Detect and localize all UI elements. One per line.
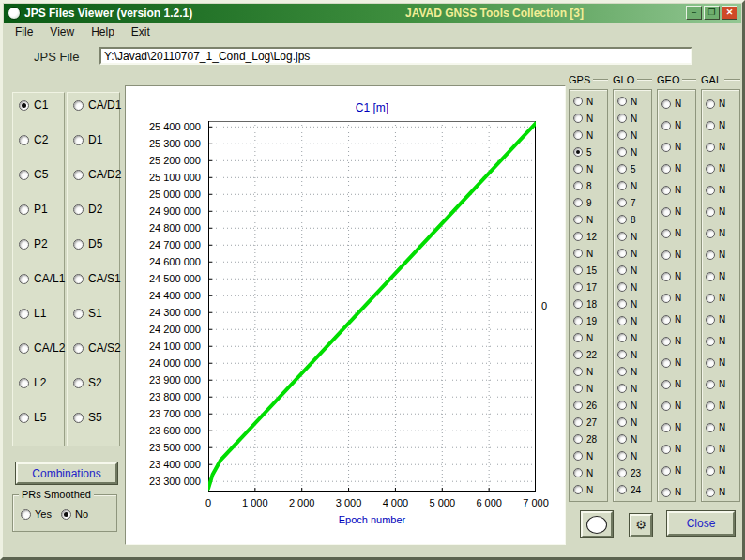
glo-satellite-option[interactable]: N	[614, 380, 651, 397]
gal-satellite-option[interactable]: N	[702, 287, 739, 309]
close-button[interactable]: Close	[667, 511, 735, 536]
geo-satellite-option[interactable]: N	[658, 309, 695, 330]
gps-satellite-option[interactable]: 12	[570, 228, 607, 245]
geo-satellite-option[interactable]: N	[658, 416, 695, 438]
gal-satellite-option[interactable]: N	[702, 352, 739, 373]
gps-satellite-option[interactable]: 15	[570, 262, 607, 279]
glo-satellite-option[interactable]: N	[614, 110, 651, 127]
gps-satellite-option[interactable]: N	[570, 110, 607, 127]
gal-satellite-option[interactable]: N	[702, 416, 739, 438]
glo-satellite-option[interactable]: N	[614, 262, 651, 279]
gps-satellite-option[interactable]: N	[570, 329, 607, 346]
observable-option[interactable]: D5	[73, 237, 119, 272]
gps-satellite-option[interactable]: N	[570, 481, 607, 498]
glo-satellite-option[interactable]: 7	[614, 194, 651, 211]
menu-item[interactable]: Help	[84, 24, 122, 40]
geo-satellite-option[interactable]: N	[658, 114, 695, 136]
observable-option[interactable]: D2	[73, 203, 119, 237]
combinations-button[interactable]: Combinations	[16, 462, 117, 484]
sky-plot-button[interactable]	[581, 511, 613, 537]
glo-satellite-option[interactable]: N	[614, 127, 651, 144]
glo-satellite-option[interactable]: N	[614, 144, 651, 160]
observable-option[interactable]: D1	[73, 133, 119, 168]
observable-option[interactable]: S2	[73, 376, 119, 411]
gal-satellite-option[interactable]: N	[702, 373, 739, 395]
gal-satellite-option[interactable]: N	[702, 201, 739, 222]
geo-satellite-option[interactable]: N	[658, 460, 695, 481]
gal-satellite-option[interactable]: N	[702, 136, 739, 158]
geo-satellite-option[interactable]: N	[658, 330, 695, 352]
menu-item[interactable]: File	[8, 24, 40, 40]
observable-option[interactable]: CA/L1	[19, 272, 64, 307]
observable-option[interactable]: C1	[19, 98, 64, 133]
gal-satellite-option[interactable]: N	[702, 438, 739, 460]
gps-satellite-option[interactable]: 27	[570, 414, 607, 431]
glo-satellite-option[interactable]: N	[614, 397, 651, 414]
gal-satellite-option[interactable]: N	[702, 93, 739, 114]
glo-satellite-option[interactable]: N	[614, 177, 651, 194]
geo-satellite-option[interactable]: N	[658, 201, 695, 222]
gps-satellite-option[interactable]: 22	[570, 346, 607, 363]
prs-smoothed-option[interactable]: No	[61, 508, 88, 520]
gal-satellite-option[interactable]: N	[702, 114, 739, 136]
gps-satellite-option[interactable]: N	[570, 245, 607, 262]
glo-satellite-option[interactable]: N	[614, 346, 651, 363]
observable-option[interactable]: C2	[19, 133, 64, 168]
gps-satellite-option[interactable]: 26	[570, 397, 607, 414]
gal-satellite-option[interactable]: N	[702, 460, 739, 481]
gps-satellite-option[interactable]: 19	[570, 312, 607, 329]
glo-satellite-option[interactable]: N	[614, 228, 651, 245]
observable-option[interactable]: L2	[19, 376, 64, 411]
observable-option[interactable]: P1	[19, 203, 64, 237]
geo-satellite-option[interactable]: N	[658, 438, 695, 460]
menu-item[interactable]: Exit	[124, 24, 158, 40]
observable-option[interactable]: P2	[19, 237, 64, 272]
maximize-button[interactable]: ❐	[704, 6, 720, 20]
glo-satellite-option[interactable]: N	[614, 431, 651, 447]
observable-option[interactable]: L1	[19, 307, 64, 341]
gps-satellite-option[interactable]: N	[570, 363, 607, 380]
glo-satellite-option[interactable]: N	[614, 447, 651, 464]
observable-option[interactable]: C5	[19, 168, 64, 203]
geo-satellite-option[interactable]: N	[658, 244, 695, 265]
close-window-button[interactable]: ✕	[722, 6, 737, 20]
glo-satellite-option[interactable]: N	[614, 363, 651, 380]
menu-item[interactable]: View	[42, 24, 82, 40]
gal-satellite-option[interactable]: N	[702, 222, 739, 244]
gal-satellite-option[interactable]: N	[702, 395, 739, 416]
gal-satellite-option[interactable]: N	[702, 179, 739, 201]
geo-satellite-option[interactable]: N	[658, 373, 695, 395]
geo-satellite-option[interactable]: N	[658, 395, 695, 416]
gps-satellite-option[interactable]: N	[570, 160, 607, 177]
gps-satellite-option[interactable]: 18	[570, 295, 607, 312]
glo-satellite-option[interactable]: N	[614, 295, 651, 312]
gps-satellite-option[interactable]: 17	[570, 279, 607, 295]
glo-satellite-option[interactable]: N	[614, 245, 651, 262]
observable-option[interactable]: CA/D2	[73, 168, 119, 203]
geo-satellite-option[interactable]: N	[658, 93, 695, 114]
geo-satellite-option[interactable]: N	[658, 136, 695, 158]
glo-satellite-option[interactable]: 5	[614, 160, 651, 177]
glo-satellite-option[interactable]: 23	[614, 464, 651, 481]
geo-satellite-option[interactable]: N	[658, 179, 695, 201]
geo-satellite-option[interactable]: N	[658, 352, 695, 373]
gps-satellite-option[interactable]: 28	[570, 431, 607, 447]
geo-satellite-option[interactable]: N	[658, 158, 695, 179]
glo-satellite-option[interactable]: 8	[614, 211, 651, 228]
observable-option[interactable]: CA/S2	[73, 341, 119, 376]
gal-satellite-option[interactable]: N	[702, 244, 739, 265]
glo-satellite-option[interactable]: N	[614, 414, 651, 431]
gal-satellite-option[interactable]: N	[702, 265, 739, 287]
prs-smoothed-option[interactable]: Yes	[21, 508, 52, 520]
observable-option[interactable]: L5	[19, 411, 64, 446]
glo-satellite-option[interactable]: N	[614, 329, 651, 346]
observable-option[interactable]: S1	[73, 307, 119, 341]
glo-satellite-option[interactable]: N	[614, 279, 651, 295]
minimize-button[interactable]: –	[686, 6, 702, 20]
observable-option[interactable]: CA/D1	[73, 98, 119, 133]
glo-satellite-option[interactable]: 24	[614, 481, 651, 498]
glo-satellite-option[interactable]: N	[614, 312, 651, 329]
gal-satellite-option[interactable]: N	[702, 309, 739, 330]
observable-option[interactable]: CA/S1	[73, 272, 119, 307]
observable-option[interactable]: S5	[73, 411, 119, 446]
